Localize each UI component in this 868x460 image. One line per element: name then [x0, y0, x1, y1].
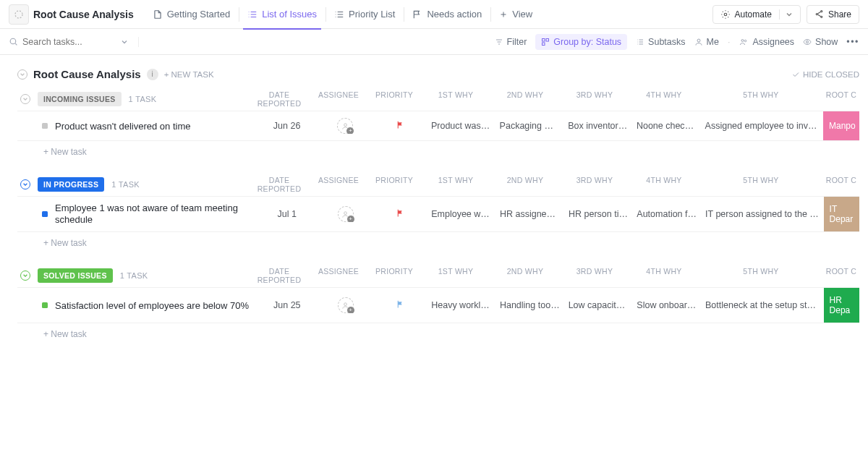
svg-point-3: [816, 13, 817, 14]
group-icon: [541, 38, 550, 46]
root-cause-badge[interactable]: IT Depar: [824, 197, 859, 231]
why5-cell[interactable]: IT person assigned to the automatio…: [701, 209, 824, 219]
filter-button[interactable]: Filter: [495, 37, 527, 47]
new-task-button[interactable]: + NEW TASK: [164, 70, 214, 79]
automate-button[interactable]: Automate: [712, 5, 801, 24]
tab-priority-list[interactable]: Priority List: [326, 0, 404, 29]
collapse-icon[interactable]: [20, 271, 30, 281]
status-square-icon[interactable]: [42, 302, 48, 308]
why1-cell[interactable]: Heavy workload: [427, 300, 495, 310]
task-row[interactable]: Product wasn't delivered on timeJun 26Pr…: [17, 111, 859, 141]
why3-cell[interactable]: Low capacity …: [564, 300, 633, 310]
collapse-icon[interactable]: [20, 94, 30, 104]
assignee-cell[interactable]: [317, 206, 374, 222]
subtasks-label: Subtasks: [648, 37, 685, 47]
status-pill[interactable]: SOLVED ISSUES: [38, 268, 113, 283]
assignee-avatar[interactable]: [338, 206, 354, 222]
tab-label: Priority List: [349, 9, 395, 20]
date-cell[interactable]: Jun 25: [257, 300, 317, 310]
assignee-avatar[interactable]: [337, 118, 353, 134]
task-name: Product wasn't delivered on time: [55, 121, 190, 132]
tab-label: Getting Started: [167, 9, 230, 20]
task-name: Employee 1 was not aware of team meeting…: [55, 203, 257, 226]
filter-icon: [495, 38, 503, 46]
new-task-button[interactable]: + New task: [17, 323, 859, 339]
why5-cell[interactable]: Bottleneck at the setup stage of onb…: [701, 300, 824, 310]
why1-cell[interactable]: Employee was not …: [427, 209, 495, 219]
collapse-icon[interactable]: [20, 179, 30, 189]
assignee-cell[interactable]: [317, 118, 374, 134]
group-by-label: Group by: Status: [553, 37, 621, 47]
tab-list-of-issues[interactable]: List of Issues: [239, 0, 326, 29]
eye-icon: [803, 38, 812, 46]
subtasks-icon: [636, 38, 644, 46]
svg-point-11: [745, 40, 747, 42]
chevron-down-icon[interactable]: [121, 38, 128, 46]
priority-flag-icon[interactable]: [396, 208, 405, 218]
why2-cell[interactable]: Packaging wa…: [495, 121, 564, 131]
tab-label: Needs action: [427, 9, 482, 20]
status-square-icon[interactable]: [42, 123, 48, 129]
assignee-cell[interactable]: [317, 297, 374, 313]
root-cause-badge[interactable]: HR Depa: [824, 288, 859, 323]
hide-closed-button[interactable]: HIDE CLOSED: [791, 70, 859, 79]
new-task-button[interactable]: + New task: [17, 141, 859, 157]
share-icon: [814, 9, 824, 19]
collapse-icon[interactable]: [17, 69, 27, 80]
why3-cell[interactable]: HR person ti…: [564, 209, 633, 219]
status-square-icon[interactable]: [42, 211, 48, 217]
svg-point-15: [344, 302, 347, 305]
date-cell[interactable]: Jul 1: [257, 209, 317, 219]
priority-cell[interactable]: [374, 208, 427, 220]
task-row[interactable]: Satisfaction level of employees are belo…: [17, 287, 859, 323]
tab-view[interactable]: View: [490, 0, 541, 29]
subtasks-button[interactable]: Subtasks: [636, 37, 685, 47]
task-count: 1 TASK: [111, 180, 140, 189]
why4-cell[interactable]: Slow onboard…: [632, 300, 701, 310]
chevron-down-icon: [786, 11, 793, 18]
why2-cell[interactable]: Handling too …: [495, 300, 564, 310]
show-label: Show: [815, 37, 838, 47]
share-button[interactable]: Share: [807, 5, 859, 24]
group-header: SOLVED ISSUES1 TASKDATE REPORTEDASSIGNEE…: [17, 267, 859, 284]
task-count: 1 TASK: [120, 271, 148, 280]
tab-getting-started[interactable]: Getting Started: [144, 0, 239, 29]
tabs: Getting StartedList of IssuesPriority Li…: [144, 0, 541, 29]
why4-cell[interactable]: Automation f…: [632, 209, 701, 219]
priority-cell[interactable]: [374, 120, 427, 132]
tab-icon: [247, 9, 258, 20]
svg-rect-6: [542, 38, 545, 41]
show-button[interactable]: Show: [803, 37, 838, 47]
root-cause-badge[interactable]: Manpo: [823, 111, 859, 140]
tab-label: List of Issues: [262, 9, 317, 20]
more-button[interactable]: •••: [846, 37, 859, 47]
me-button[interactable]: Me: [694, 37, 719, 47]
new-task-button[interactable]: + New task: [17, 232, 859, 248]
why2-cell[interactable]: HR assigned t…: [495, 209, 564, 219]
task-row[interactable]: Employee 1 was not aware of team meeting…: [17, 196, 859, 232]
tab-needs-action[interactable]: Needs action: [404, 0, 490, 29]
why5-cell[interactable]: Assigned employee to inventory che…: [701, 121, 823, 131]
svg-point-4: [821, 16, 822, 17]
tab-icon: [334, 9, 344, 20]
priority-cell[interactable]: [374, 299, 427, 311]
hide-closed-label: HIDE CLOSED: [803, 70, 859, 79]
status-pill[interactable]: IN PROGRESS: [38, 177, 104, 192]
assignee-avatar[interactable]: [338, 297, 354, 313]
priority-flag-icon[interactable]: [396, 299, 405, 309]
status-pill[interactable]: INCOMING ISSUES: [38, 92, 122, 106]
assignees-button[interactable]: Assignees: [739, 37, 794, 47]
why1-cell[interactable]: Product was not re…: [427, 121, 495, 131]
svg-point-2: [821, 11, 822, 12]
why3-cell[interactable]: Box inventory…: [563, 121, 632, 131]
svg-point-13: [344, 123, 347, 126]
info-icon[interactable]: i: [147, 69, 158, 80]
search-input[interactable]: [22, 37, 116, 47]
share-label: Share: [828, 9, 851, 20]
date-cell[interactable]: Jun 26: [257, 121, 317, 131]
why4-cell[interactable]: Noone check…: [632, 121, 701, 131]
priority-flag-icon[interactable]: [396, 120, 405, 129]
group-by-button[interactable]: Group by: Status: [535, 34, 627, 50]
assignees-label: Assignees: [752, 37, 794, 47]
app-icon[interactable]: [9, 4, 29, 25]
